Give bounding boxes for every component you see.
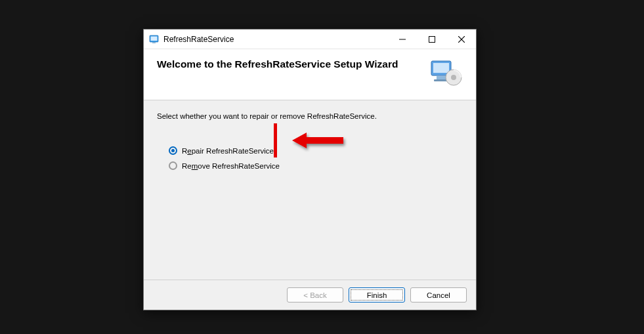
close-icon [458, 36, 465, 43]
wizard-header: Welcome to the RefreshRateService Setup … [144, 49, 476, 100]
svg-rect-9 [437, 76, 446, 79]
instruction-text: Select whether you want to repair or rem… [157, 112, 463, 120]
radio-repair[interactable] [169, 146, 177, 155]
option-remove[interactable]: Remove RefreshRateService [169, 161, 463, 170]
svg-rect-2 [152, 42, 156, 43]
svg-rect-1 [151, 36, 158, 41]
minimize-icon [399, 36, 406, 43]
window-title: RefreshRateService [163, 35, 387, 44]
svg-point-12 [451, 75, 456, 80]
cancel-button[interactable]: Cancel [410, 287, 467, 303]
maximize-icon [429, 36, 435, 43]
option-remove-label: Remove RefreshRateService [182, 162, 280, 170]
back-button: < Back [287, 287, 343, 303]
close-button[interactable] [446, 30, 476, 49]
svg-rect-8 [433, 63, 449, 73]
wizard-body: Select whether you want to repair or rem… [144, 100, 476, 280]
wizard-heading: Welcome to the RefreshRateService Setup … [157, 58, 429, 70]
minimize-button[interactable] [387, 30, 417, 49]
option-group: Repair RefreshRateService Remove Refresh… [157, 146, 463, 170]
option-repair-label: Repair RefreshRateService [182, 147, 274, 155]
app-icon [149, 34, 160, 45]
svg-rect-4 [429, 36, 435, 42]
window-controls [387, 30, 476, 49]
installer-window: RefreshRateService Welcome to the Refres… [143, 29, 477, 310]
installer-logo-icon [429, 58, 463, 89]
maximize-button[interactable] [417, 30, 446, 49]
wizard-footer: < Back Finish Cancel [144, 280, 476, 310]
titlebar: RefreshRateService [144, 30, 476, 49]
radio-remove[interactable] [169, 161, 177, 170]
option-repair[interactable]: Repair RefreshRateService [169, 146, 463, 155]
finish-button[interactable]: Finish [349, 287, 405, 303]
